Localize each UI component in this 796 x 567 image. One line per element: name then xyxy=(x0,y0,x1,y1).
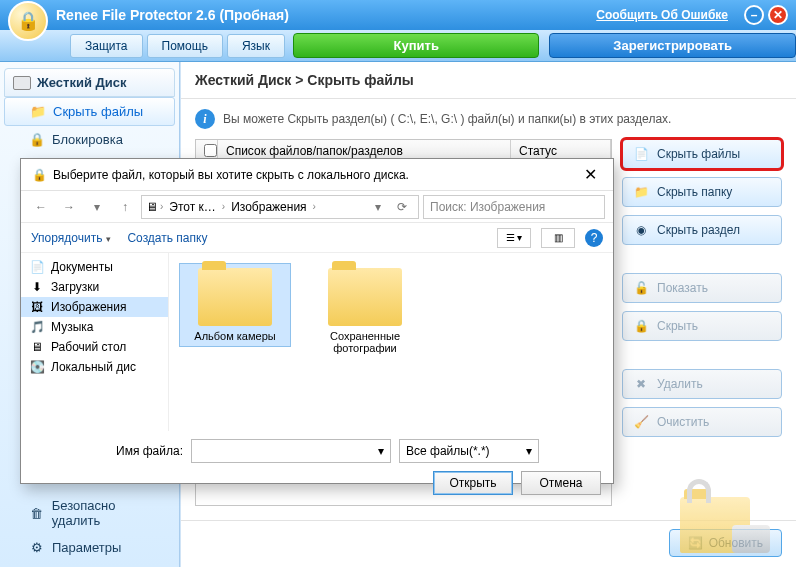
path-folder[interactable]: Изображения xyxy=(227,200,310,214)
file-icon: 📄 xyxy=(633,147,649,161)
chevron-down-icon: ▾ xyxy=(526,444,532,458)
tree-label: Музыка xyxy=(51,320,93,334)
search-input[interactable]: Поиск: Изображения xyxy=(423,195,605,219)
documents-icon: 📄 xyxy=(29,260,45,274)
sidebar-group-hdd[interactable]: Жесткий Диск xyxy=(4,68,175,97)
file-label: Альбом камеры xyxy=(184,330,286,342)
view-mode-button[interactable]: ☰ ▾ xyxy=(497,228,531,248)
decorative-art xyxy=(680,497,778,553)
tree-label: Рабочий стол xyxy=(51,340,126,354)
dialog-titlebar: 🔒 Выберите файл, который вы хотите скрыт… xyxy=(21,159,613,191)
organize-menu[interactable]: Упорядочить xyxy=(31,231,111,245)
file-open-dialog: 🔒 Выберите файл, который вы хотите скрыт… xyxy=(20,158,614,484)
filter-value: Все файлы(*.*) xyxy=(406,444,490,458)
btn-label: Скрыть раздел xyxy=(657,223,740,237)
downloads-icon: ⬇ xyxy=(29,280,45,294)
hide-files-button[interactable]: 📄Скрыть файлы xyxy=(622,139,782,169)
filename-input[interactable]: ▾ xyxy=(191,439,391,463)
folder-icon: 📁 xyxy=(633,185,649,199)
minimize-button[interactable]: – xyxy=(744,5,764,25)
pc-icon: 🖥 xyxy=(146,200,158,214)
chevron-right-icon: › xyxy=(313,201,316,212)
hint-row: i Вы можете Скрыть раздел(ы) ( C:\, E:\,… xyxy=(181,99,796,139)
breadcrumb-root: Жесткий Диск xyxy=(195,72,291,88)
tree-downloads[interactable]: ⬇Загрузки xyxy=(21,277,168,297)
sidebar-item-label: Блокировка xyxy=(52,132,123,147)
open-button[interactable]: Открыть xyxy=(433,471,513,495)
path-dropdown-button[interactable]: ▾ xyxy=(366,195,390,219)
disk-icon: 💽 xyxy=(29,360,45,374)
folder-icon xyxy=(328,268,402,326)
dialog-nav: ← → ▾ ↑ 🖥 › Этот к… › Изображения › ▾ ⟳ … xyxy=(21,191,613,223)
lock-icon: 🔒 xyxy=(31,167,47,183)
sidebar-item-hide-files[interactable]: 📁 Скрыть файлы xyxy=(4,97,175,126)
btn-label: Очистить xyxy=(657,415,709,429)
folder-icon: 📁 xyxy=(29,105,47,119)
chevron-down-icon: ▾ xyxy=(378,444,384,458)
dialog-close-button[interactable]: ✕ xyxy=(578,165,603,184)
tree-label: Загрузки xyxy=(51,280,99,294)
gear-icon: ⚙ xyxy=(28,541,46,555)
hide-button: 🔒Скрыть xyxy=(622,311,782,341)
hdd-icon xyxy=(13,76,31,90)
lock-icon: 🔒 xyxy=(28,133,46,147)
action-column: 📄Скрыть файлы 📁Скрыть папку ◉Скрыть разд… xyxy=(622,139,782,506)
register-button[interactable]: Зарегистрировать xyxy=(549,33,796,58)
breadcrumb: Жесткий Диск > Скрыть файлы xyxy=(181,62,796,99)
file-label: Сохраненные фотографии xyxy=(314,330,416,354)
sidebar-item-label: Параметры xyxy=(52,540,121,555)
menu-protect[interactable]: Защита xyxy=(70,34,143,58)
menubar: Защита Помощь Язык Купить Зарегистрирова… xyxy=(0,30,796,62)
hint-text: Вы можете Скрыть раздел(ы) ( C:\, E:\, G… xyxy=(223,112,671,126)
desktop-icon: 🖥 xyxy=(29,340,45,354)
tree-documents[interactable]: 📄Документы xyxy=(21,257,168,277)
search-placeholder: Поиск: Изображения xyxy=(430,200,545,214)
btn-label: Отмена xyxy=(539,476,582,490)
path-bar[interactable]: 🖥 › Этот к… › Изображения › ▾ ⟳ xyxy=(141,195,419,219)
dialog-title: Выберите файл, который вы хотите скрыть … xyxy=(53,168,409,182)
tree-music[interactable]: 🎵Музыка xyxy=(21,317,168,337)
file-tile-saved-pictures[interactable]: Сохраненные фотографии xyxy=(309,263,421,359)
sidebar-item-settings[interactable]: ⚙ Параметры xyxy=(4,534,176,561)
clear-button: 🧹Очистить xyxy=(622,407,782,437)
nav-up-button[interactable]: ↑ xyxy=(113,195,137,219)
delete-button: ✖Удалить xyxy=(622,369,782,399)
menu-help[interactable]: Помощь xyxy=(147,34,223,58)
path-root[interactable]: Этот к… xyxy=(165,200,219,214)
help-button[interactable]: ? xyxy=(585,229,603,247)
path-refresh-button[interactable]: ⟳ xyxy=(390,195,414,219)
hide-folder-button[interactable]: 📁Скрыть папку xyxy=(622,177,782,207)
trash-icon: 🗑 xyxy=(28,506,46,520)
breadcrumb-sep: > xyxy=(291,72,307,88)
music-icon: 🎵 xyxy=(29,320,45,334)
tree-label: Изображения xyxy=(51,300,126,314)
new-folder-button[interactable]: Создать папку xyxy=(127,231,207,245)
btn-label: Удалить xyxy=(657,377,703,391)
menu-language[interactable]: Язык xyxy=(227,34,285,58)
btn-label: Показать xyxy=(657,281,708,295)
buy-button[interactable]: Купить xyxy=(293,33,540,58)
cancel-button[interactable]: Отмена xyxy=(521,471,601,495)
tree-pictures[interactable]: 🖼Изображения xyxy=(21,297,168,317)
close-button[interactable]: ✕ xyxy=(768,5,788,25)
report-bug-link[interactable]: Сообщить Об Ошибке xyxy=(596,8,728,22)
clear-icon: 🧹 xyxy=(633,415,649,429)
tree-label: Локальный дис xyxy=(51,360,136,374)
btn-label: Скрыть папку xyxy=(657,185,732,199)
nav-back-button[interactable]: ← xyxy=(29,195,53,219)
titlebar: 🔒 Renee File Protector 2.6 (Пробная) Соо… xyxy=(0,0,796,30)
btn-label: Скрыть файлы xyxy=(657,147,740,161)
tree-local-disk[interactable]: 💽Локальный дис xyxy=(21,357,168,377)
filetype-filter[interactable]: Все файлы(*.*)▾ xyxy=(399,439,539,463)
tree-desktop[interactable]: 🖥Рабочий стол xyxy=(21,337,168,357)
preview-pane-button[interactable]: ▥ xyxy=(541,228,575,248)
nav-forward-button[interactable]: → xyxy=(57,195,81,219)
nav-history-button[interactable]: ▾ xyxy=(85,195,109,219)
dialog-tree: 📄Документы ⬇Загрузки 🖼Изображения 🎵Музык… xyxy=(21,253,169,431)
tree-label: Документы xyxy=(51,260,113,274)
select-all-checkbox[interactable] xyxy=(204,144,217,157)
app-title: Renee File Protector 2.6 (Пробная) xyxy=(56,7,596,23)
file-tile-camera-roll[interactable]: Альбом камеры xyxy=(179,263,291,347)
hide-partition-button[interactable]: ◉Скрыть раздел xyxy=(622,215,782,245)
sidebar-item-lock[interactable]: 🔒 Блокировка xyxy=(4,126,175,153)
